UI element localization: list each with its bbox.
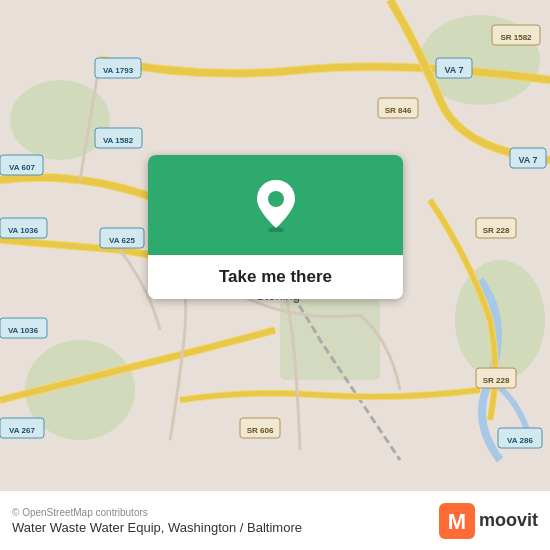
- svg-text:VA 7: VA 7: [444, 65, 463, 75]
- svg-text:VA 1793: VA 1793: [103, 66, 134, 75]
- moovit-logo: M moovit: [439, 503, 538, 539]
- svg-text:VA 1582: VA 1582: [103, 136, 134, 145]
- svg-text:VA 267: VA 267: [9, 426, 35, 435]
- location-title: Water Waste Water Equip, Washington / Ba…: [12, 520, 302, 535]
- location-pin-icon: [254, 178, 298, 232]
- svg-text:VA 1036: VA 1036: [8, 326, 39, 335]
- svg-point-38: [268, 191, 284, 207]
- map-container: VA 7 VA 1793 VA 607 VA 1582 VA 1036 VA 6…: [0, 0, 550, 490]
- navigation-card: Take me there: [148, 155, 403, 299]
- svg-text:VA 607: VA 607: [9, 163, 35, 172]
- moovit-text: moovit: [479, 510, 538, 531]
- svg-text:VA 1036: VA 1036: [8, 226, 39, 235]
- card-map-header: [148, 155, 403, 255]
- svg-text:SR 228: SR 228: [483, 376, 510, 385]
- info-bar: © OpenStreetMap contributors Water Waste…: [0, 490, 550, 550]
- svg-text:SR 846: SR 846: [385, 106, 412, 115]
- svg-text:VA 7: VA 7: [518, 155, 537, 165]
- svg-text:SR 228: SR 228: [483, 226, 510, 235]
- take-me-there-label: Take me there: [219, 267, 332, 286]
- svg-text:M: M: [448, 509, 466, 534]
- copyright-text: © OpenStreetMap contributors: [12, 507, 302, 518]
- moovit-bus-icon: M: [439, 503, 475, 539]
- info-left: © OpenStreetMap contributors Water Waste…: [12, 507, 302, 535]
- take-me-there-button[interactable]: Take me there: [148, 255, 403, 299]
- svg-text:SR 606: SR 606: [247, 426, 274, 435]
- svg-text:VA 286: VA 286: [507, 436, 533, 445]
- svg-text:SR 1582: SR 1582: [500, 33, 532, 42]
- svg-text:VA 625: VA 625: [109, 236, 135, 245]
